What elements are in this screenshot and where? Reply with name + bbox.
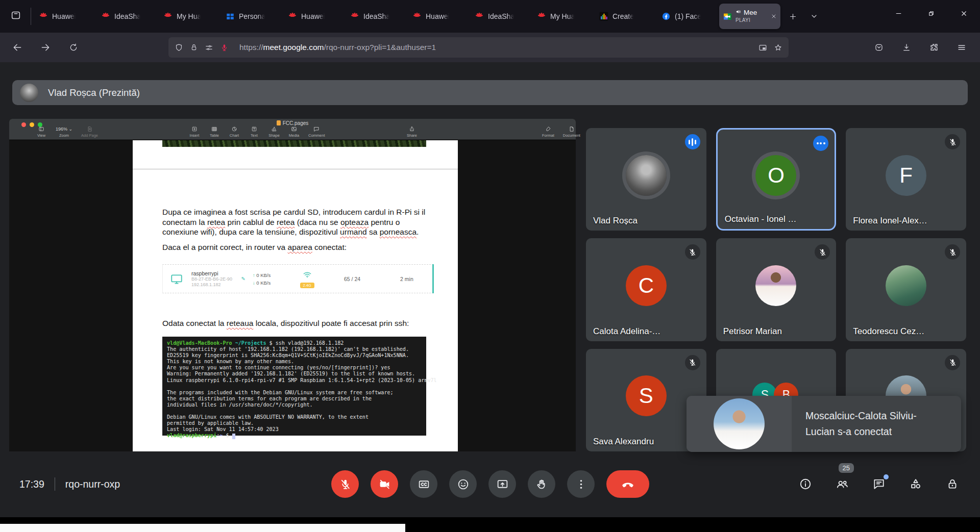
mic-muted-icon (945, 244, 960, 260)
router-device-mac: B8-27-EB-B6-2E-90 (191, 276, 241, 282)
huawei-icon (288, 12, 297, 21)
participant-name: Octavian - Ionel … (725, 214, 797, 224)
captions-button[interactable] (410, 470, 437, 498)
browser-tab[interactable]: Persona (221, 5, 283, 28)
meet-window: HuaweiIdeaShaMy HuaPersonaHuaweiIdeaShaH… (0, 0, 980, 532)
huawei-icon (537, 12, 546, 21)
more-options-button[interactable] (567, 470, 595, 498)
audio-level-indicator (685, 134, 700, 149)
menu-icon[interactable] (951, 37, 972, 58)
gridblue-icon (226, 12, 235, 21)
mic-off-button[interactable] (331, 470, 359, 498)
people-button[interactable]: 25 (830, 472, 854, 496)
pages-tool-media[interactable]: Media (288, 125, 300, 138)
url-bar[interactable]: https://meet.google.com/rqo-nurr-oxp?pli… (168, 37, 789, 58)
huawei-icon (350, 12, 359, 21)
participant-tile[interactable]: OOctavian - Ionel … (716, 128, 837, 231)
tracking-shield-icon[interactable] (175, 43, 183, 52)
router-channel: 65 / 24 (324, 276, 381, 282)
avatar: S (626, 375, 667, 416)
pages-tool-chart[interactable]: Chart (229, 125, 240, 138)
browser-tab[interactable]: IdeaSha (96, 5, 159, 28)
mic-muted-icon (815, 244, 830, 260)
activities-button[interactable] (903, 472, 928, 496)
browser-tab[interactable]: Huawei (34, 5, 96, 28)
restore-button[interactable] (915, 0, 947, 27)
reload-button[interactable] (63, 37, 84, 58)
pg_media-icon (291, 125, 297, 132)
pocket-icon[interactable] (869, 37, 889, 58)
back-button[interactable] (7, 37, 28, 58)
pg_insert-icon (191, 125, 198, 132)
extensions-icon[interactable] (924, 37, 944, 58)
pages-tool-share[interactable]: Share (406, 125, 418, 138)
close-button[interactable] (947, 0, 980, 27)
pg_table-icon (211, 125, 217, 132)
device-monitor-icon (170, 272, 183, 286)
avatar: C (626, 265, 667, 306)
participant-tile[interactable]: Teodorescu Cez… (846, 238, 966, 341)
tile-more-options-icon[interactable] (813, 136, 828, 151)
tab-close-icon[interactable] (771, 13, 777, 19)
pages-tool-text[interactable]: Text (249, 125, 260, 138)
browser-tab[interactable]: Huawei (283, 5, 346, 28)
wifi-icon (302, 269, 312, 282)
browser-tab[interactable]: (1) Face (657, 5, 719, 28)
camera-off-button[interactable] (371, 470, 398, 498)
tab-title: Mee (744, 9, 757, 16)
browser-tab[interactable]: Create (595, 5, 657, 28)
host-controls-button[interactable] (940, 472, 965, 496)
bookmark-star-icon[interactable] (774, 43, 782, 52)
pages-tool-comment[interactable]: Comment (308, 125, 325, 138)
participant-tile[interactable]: Petrisor Marian (716, 238, 837, 341)
pages-tool-add-page[interactable]: Add Page (81, 125, 98, 138)
pages-tool-document[interactable]: Document (563, 125, 580, 138)
pip-icon[interactable] (758, 43, 767, 52)
document-page: Dupa ce imaginea a fost scrisa pe cardul… (133, 140, 458, 451)
end-call-button[interactable] (606, 470, 649, 498)
permissions-icon[interactable] (205, 43, 213, 52)
huawei-icon (101, 12, 110, 21)
browser-tab[interactable]: Huawei (408, 5, 470, 28)
present-button[interactable] (488, 470, 516, 498)
pages-tool-table[interactable]: Table (209, 125, 220, 138)
window-controls (882, 0, 980, 27)
browser-tab[interactable]: IdeaSha (470, 5, 532, 28)
minimize-button[interactable] (882, 0, 915, 27)
pages-tool-shape[interactable]: Shape (268, 125, 280, 138)
pages-tool-view[interactable]: View (36, 125, 47, 138)
participant-tile[interactable]: Vlad Roșca (586, 128, 706, 231)
pages-tool-zoom[interactable]: 196% ⌄Zoom (56, 125, 72, 138)
participant-tile[interactable]: FFlorea Ionel-Alex… (846, 128, 966, 231)
list-tabs-button[interactable] (805, 7, 823, 26)
raise-hand-button[interactable] (528, 470, 555, 498)
downloads-icon[interactable] (896, 37, 917, 58)
google-meet-icon (723, 12, 732, 21)
browser-tab[interactable]: My Hua (532, 5, 595, 28)
tab-playing-label: PLAYI (736, 16, 757, 24)
join-notification-text: Moscalciuc-Calota Silviu- Lucian s-a con… (792, 396, 917, 452)
reactions-button[interactable] (449, 470, 477, 498)
participant-tile[interactable]: CCalota Adelina-… (586, 238, 706, 341)
browser-tab[interactable]: IdeaSha (346, 5, 408, 28)
participant-count-badge: 25 (839, 463, 854, 473)
lock-icon[interactable] (190, 43, 198, 52)
joined-user-avatar (714, 398, 765, 449)
pages-tool-insert[interactable]: Insert (189, 125, 200, 138)
firefox-view-button[interactable] (5, 6, 27, 27)
huawei-icon (412, 12, 422, 21)
browser-tab[interactable]: My Hua (159, 5, 221, 28)
join-notification-photo-panel (687, 396, 792, 452)
participant-name: Vlad Roșca (593, 216, 638, 226)
forward-button[interactable] (35, 37, 56, 58)
presenter-banner: Vlad Roșca (Prezintă) (12, 80, 968, 105)
tab-label: My Hua (177, 12, 201, 20)
pages-tool-format[interactable]: Format (542, 125, 554, 138)
info-button[interactable] (793, 472, 818, 496)
new-tab-button[interactable] (783, 7, 802, 26)
chat-button[interactable] (867, 472, 891, 496)
pg_share-icon (409, 125, 415, 132)
mic-in-use-icon[interactable] (220, 43, 229, 52)
tab-meet-active[interactable]: Mee PLAYI (719, 4, 780, 29)
divider (55, 477, 55, 491)
